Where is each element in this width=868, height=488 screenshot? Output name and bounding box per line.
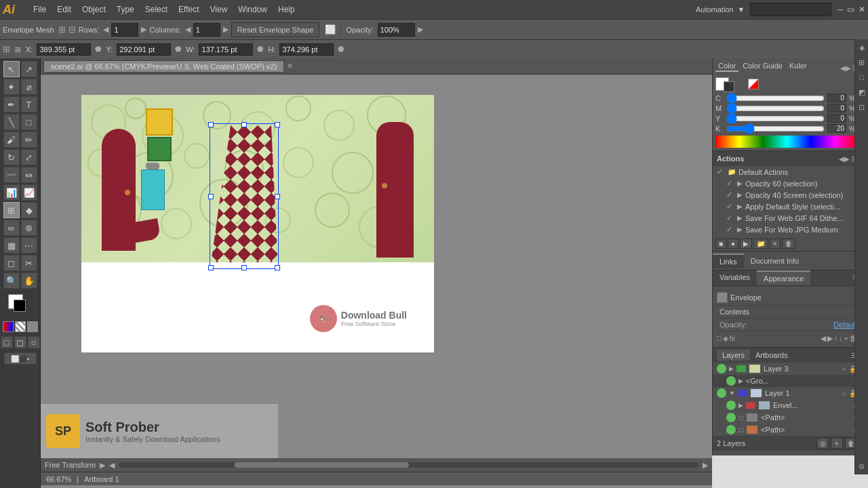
w-input[interactable]: [199, 43, 253, 56]
action-apply-style[interactable]: ✓ ▶ Apply Default Style (selecti...: [713, 201, 861, 212]
color-spectrum[interactable]: [715, 136, 859, 148]
column-graph-tool[interactable]: 📈: [21, 184, 37, 201]
line-tool[interactable]: ╲: [3, 114, 20, 130]
column-chart-tool[interactable]: ▦: [3, 237, 20, 253]
selection-tool[interactable]: ↖: [3, 61, 20, 77]
layer-1-vis[interactable]: [717, 388, 726, 398]
screen-mode-btn[interactable]: ⬜⬛▪: [4, 352, 37, 365]
color-wheel-icon[interactable]: ○: [28, 336, 40, 348]
rows-decrement[interactable]: ◀: [103, 25, 108, 34]
symbol-tool[interactable]: ⊛: [21, 220, 37, 236]
action-opacity-40[interactable]: ✓ ▶ Opacity 40 Screen (selection): [713, 189, 861, 201]
direct-selection-tool[interactable]: ↗: [21, 61, 37, 77]
variables-tab[interactable]: Variables: [713, 270, 757, 285]
layer-3-expand[interactable]: ▶: [729, 365, 734, 372]
artboards-tab[interactable]: Artboards: [750, 350, 793, 361]
tool-icon-1[interactable]: ⊞: [58, 24, 66, 35]
scale-tool[interactable]: ⤢: [21, 149, 37, 165]
layer-path-1-vis[interactable]: [726, 413, 736, 422]
m-slider[interactable]: [726, 105, 825, 112]
gradient-swatch[interactable]: [3, 321, 14, 332]
opacity-row[interactable]: Opacity: Default: [717, 319, 857, 331]
layer-3-item[interactable]: ▶ Layer 3 ○ 🔒: [713, 363, 861, 375]
layer-envel-item[interactable]: ▶ Envel... ○: [713, 399, 861, 411]
bg-color[interactable]: [724, 81, 734, 92]
side-icon-1[interactable]: ◈: [856, 42, 867, 53]
layer-new-btn[interactable]: +: [831, 438, 843, 449]
layer-3-sub[interactable]: ▶ <Gro... ○: [713, 375, 861, 387]
opacity-increment[interactable]: ▶: [418, 25, 423, 34]
k-slider[interactable]: [726, 125, 825, 132]
artboard[interactable]: 🦅 Download Bull Free Software Store: [81, 95, 434, 352]
color-tab-color[interactable]: Color: [715, 61, 738, 72]
stop-btn[interactable]: ■: [715, 239, 726, 249]
envelope-icon[interactable]: ⬜: [325, 24, 336, 35]
blend-tool[interactable]: ∞: [3, 220, 20, 236]
menu-object[interactable]: Object: [77, 3, 111, 16]
layer-path-1[interactable]: ◻ <Path> ○: [713, 411, 861, 424]
shape-builder-tool[interactable]: ◆: [21, 202, 37, 218]
side-icon-6[interactable]: ⊜: [856, 461, 867, 472]
layer-1-circle[interactable]: ○: [842, 390, 846, 397]
record-btn[interactable]: ●: [728, 239, 738, 249]
search-bar[interactable]: [750, 3, 831, 16]
new-action-set-btn[interactable]: 📁: [753, 239, 768, 249]
align-icon[interactable]: ≣: [14, 44, 22, 54]
new-action-btn[interactable]: +: [770, 239, 781, 249]
y-value[interactable]: [827, 114, 846, 123]
ap-icon-2[interactable]: ◈: [723, 334, 728, 343]
ap-fx-btn[interactable]: fx: [730, 334, 736, 343]
menu-view[interactable]: View: [205, 3, 233, 16]
side-icon-5[interactable]: ⊡: [856, 102, 867, 113]
type-tool[interactable]: T: [21, 96, 37, 113]
play-btn[interactable]: ▶: [100, 461, 105, 470]
layer-locate-btn[interactable]: ◎: [816, 438, 829, 449]
menu-help[interactable]: Help: [273, 3, 300, 16]
color-tab-kuler[interactable]: Kuler: [787, 61, 810, 72]
paintbrush-tool[interactable]: 🖌: [3, 131, 20, 148]
opacity-value[interactable]: Default: [833, 321, 857, 329]
none-color[interactable]: [748, 79, 759, 89]
side-icon-3[interactable]: □: [856, 72, 867, 83]
lasso-tool[interactable]: ⌀: [21, 79, 37, 95]
rect-tool[interactable]: □: [21, 114, 37, 130]
ap-icon-down[interactable]: ↓: [839, 334, 843, 343]
ap-icon-right[interactable]: ▶: [827, 334, 833, 343]
action-save-gif[interactable]: ✓ ▶ Save For Web GIF 64 Dithe...: [713, 212, 861, 224]
warp-tool[interactable]: 〰: [3, 167, 20, 183]
pen-tool[interactable]: ✒: [3, 96, 20, 113]
none-swatch[interactable]: [15, 321, 26, 332]
layer-3-circle[interactable]: ○: [842, 365, 846, 373]
back-btn[interactable]: ◀: [109, 461, 115, 470]
restore-btn[interactable]: ▭: [847, 5, 854, 14]
cols-input[interactable]: [193, 23, 220, 37]
links-tab[interactable]: Links: [713, 253, 744, 268]
document-tab[interactable]: scene2.ai @ 66.67% (CMYK/Preview/U.S. We…: [43, 60, 284, 73]
action-default-actions[interactable]: ✓ 📁 Default Actions: [713, 166, 861, 178]
automation-dropdown-icon[interactable]: ▼: [738, 5, 745, 14]
appearance-tab[interactable]: Appearance: [757, 270, 810, 285]
width-tool[interactable]: ⇔: [21, 167, 37, 183]
m-value[interactable]: [827, 104, 846, 113]
layer-3-sub-vis[interactable]: [726, 376, 736, 386]
menu-file[interactable]: File: [28, 3, 51, 16]
reset-envelope-btn[interactable]: Reset Envelope Shape: [231, 22, 320, 37]
menu-select[interactable]: Select: [140, 3, 172, 16]
k-value[interactable]: [827, 124, 846, 133]
side-icon-2[interactable]: ⊞: [856, 57, 867, 68]
pencil-tool[interactable]: ✏: [21, 131, 37, 148]
color-tab-guide[interactable]: Color Guide: [740, 61, 785, 72]
close-btn[interactable]: ✕: [859, 5, 865, 14]
stroke-color[interactable]: [14, 300, 26, 312]
delete-action-btn[interactable]: 🗑: [782, 239, 795, 249]
layer-1-expand[interactable]: ▼: [729, 390, 735, 396]
y-slider[interactable]: [726, 115, 825, 122]
doc-info-tab[interactable]: Document Info: [744, 254, 806, 268]
layer-3-vis[interactable]: [717, 364, 726, 373]
color-panel-arrow[interactable]: ◀▶: [840, 64, 851, 72]
rotate-tool[interactable]: ↻: [3, 149, 20, 165]
layer-envel-vis[interactable]: [726, 401, 736, 410]
action-save-jpg[interactable]: ✓ ▶ Save For Web JPG Medium: [713, 224, 861, 235]
magic-wand-tool[interactable]: ✦: [3, 79, 20, 95]
transform-icon-1[interactable]: ⊞: [3, 44, 10, 54]
